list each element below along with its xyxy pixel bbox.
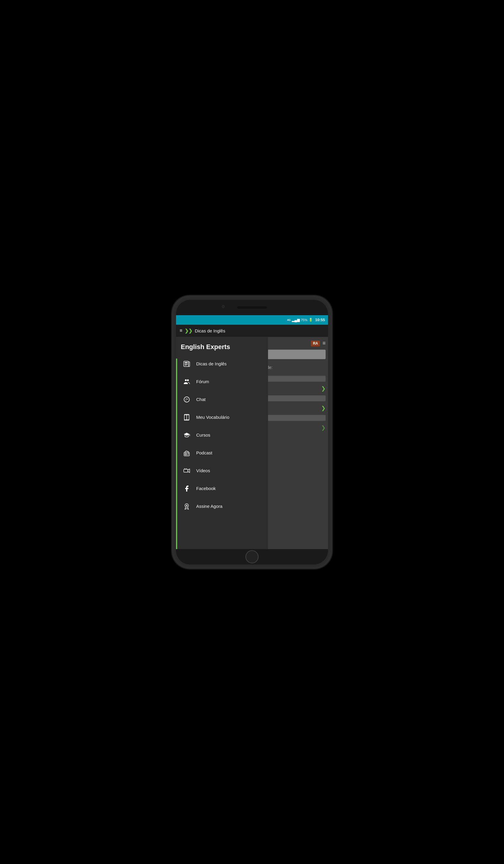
phone-device: 4G ▂▄▆ 75% 🔋 10:55 ≡ ❯❯ Dicas de Inglês (172, 296, 332, 569)
svg-marker-27 (186, 504, 188, 506)
content-card-3 (264, 415, 326, 421)
newspaper-icon (182, 359, 191, 369)
svg-point-7 (187, 379, 189, 381)
main-area: RA ≡ nde: ❯ ❯ ❯ English Experts (176, 337, 328, 549)
time-display: 10:55 (315, 317, 325, 322)
battery-text: 75% (301, 318, 308, 322)
status-bar: 4G ▂▄▆ 75% 🔋 10:55 (176, 315, 328, 325)
drawer-menu: Dicas de Inglês (176, 355, 268, 549)
phone-speaker (237, 306, 267, 309)
award-icon (182, 502, 191, 511)
users-icon (182, 377, 191, 386)
menu-label-forum: Fórum (196, 379, 209, 384)
radio-icon (182, 448, 191, 458)
battery-icon: 🔋 (309, 318, 313, 322)
svg-marker-12 (184, 433, 190, 436)
logo-arrow-icon: ❯❯ (184, 328, 192, 334)
svg-rect-2 (184, 363, 188, 364)
svg-rect-3 (184, 364, 188, 364)
app-logo: ❯❯ (185, 327, 192, 334)
menu-item-assine[interactable]: Assine Agora (177, 497, 268, 515)
video-icon (182, 466, 191, 476)
drawer-header: English Experts (176, 337, 268, 355)
menu-label-dicas: Dicas de Inglês (196, 361, 227, 366)
menu-item-forum[interactable]: Fórum (177, 373, 268, 391)
svg-rect-1 (184, 362, 188, 363)
svg-rect-22 (184, 469, 188, 472)
drawer-accent-bar (176, 359, 177, 549)
menu-item-dicas[interactable]: Dicas de Inglês (177, 355, 268, 373)
menu-item-videos[interactable]: Vídeos (177, 462, 268, 480)
content-arrow-2: ❯ (262, 405, 328, 411)
svg-point-8 (184, 397, 189, 402)
facebook-icon (182, 484, 191, 493)
app-bar: ≡ ❯❯ Dicas de Inglês (176, 325, 328, 337)
menu-item-facebook[interactable]: Facebook (177, 480, 268, 497)
menu-item-podcast[interactable]: Podcast (177, 444, 268, 462)
content-card-1 (264, 376, 326, 382)
menu-item-cursos[interactable]: Cursos (177, 426, 268, 444)
hamburger-icon[interactable]: ≡ (180, 328, 182, 333)
svg-rect-4 (184, 365, 187, 365)
book-icon (182, 412, 191, 422)
menu-label-assine: Assine Agora (196, 504, 222, 509)
menu-item-chat[interactable]: Chat (177, 391, 268, 408)
content-arrow-1: ❯ (262, 385, 328, 392)
app-bar-title: Dicas de Inglês (195, 328, 225, 333)
content-menu-icon[interactable]: ≡ (322, 340, 326, 346)
status-icons: 4G ▂▄▆ 75% 🔋 10:55 (287, 317, 325, 322)
content-search-bar (264, 350, 326, 359)
phone-inner: 4G ▂▄▆ 75% 🔋 10:55 ≡ ❯❯ Dicas de Inglês (176, 300, 328, 565)
phone-bottom-bar (176, 549, 328, 565)
chat-icon (182, 395, 191, 404)
ra-badge: RA (311, 340, 320, 346)
svg-rect-5 (189, 362, 190, 367)
menu-label-podcast: Podcast (196, 450, 212, 455)
menu-label-videos: Vídeos (196, 468, 210, 473)
content-topbar: RA ≡ (262, 337, 328, 350)
navigation-drawer: English Experts (176, 337, 268, 549)
content-text: nde: (262, 361, 328, 373)
phone-camera (222, 305, 225, 308)
menu-label-facebook: Facebook (196, 486, 216, 491)
svg-marker-23 (188, 469, 190, 472)
svg-point-16 (185, 454, 186, 454)
drawer-title: English Experts (181, 343, 230, 350)
menu-label-cursos: Cursos (196, 432, 211, 437)
menu-label-chat: Chat (196, 397, 206, 402)
signal-icon: ▂▄▆ (292, 318, 300, 322)
content-card-2 (264, 395, 326, 401)
network-type: 4G (287, 319, 291, 322)
menu-label-vocabulario: Meu Vocabulário (196, 415, 229, 420)
graduation-icon (182, 430, 191, 440)
content-area: RA ≡ nde: ❯ ❯ ❯ (262, 337, 328, 549)
menu-item-vocabulario[interactable]: Meu Vocabulário (177, 408, 268, 426)
svg-line-21 (186, 451, 189, 452)
home-button[interactable] (245, 550, 259, 563)
svg-point-6 (185, 379, 187, 381)
phone-screen: 4G ▂▄▆ 75% 🔋 10:55 ≡ ❯❯ Dicas de Inglês (176, 315, 328, 549)
content-arrow-3: ❯ (262, 424, 328, 431)
